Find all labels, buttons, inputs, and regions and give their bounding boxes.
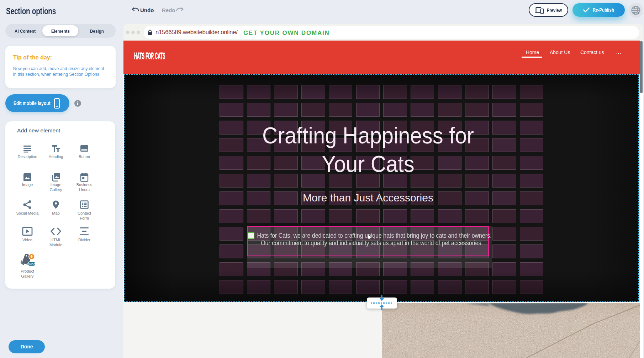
svg-text:SHOP: SHOP [28,263,36,265]
